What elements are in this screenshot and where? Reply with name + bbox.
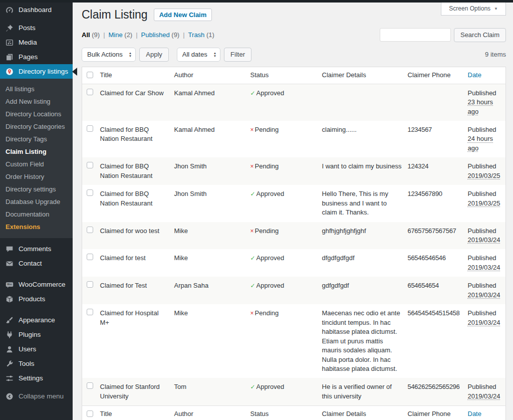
bulk-actions-select[interactable]: Bulk Actions ▲▼ [82,48,136,62]
filter-button[interactable]: Filter [224,48,251,62]
claimer-details: He is a verified owner of this universit… [322,383,392,399]
column-header-date-bottom[interactable]: Date [468,410,481,417]
apply-button[interactable]: Apply [139,48,169,62]
claimer-details: ghfhjghfjghfjghf [322,227,366,235]
sidebar-item-tools[interactable]: Tools [0,356,73,371]
sidebar-subitem-claim-listing[interactable]: Claim Listing [0,145,73,158]
claimer-details: I want to claim my business [322,162,402,170]
table-row: Claimed for BBQ Nation RestaurantJhon Sm… [82,157,506,185]
claimer-details: Hello There, This is my business and I w… [322,190,388,216]
sidebar-item-label: Posts [19,24,36,32]
collapse-arrow-icon [5,391,14,401]
publish-date: 2019/03/25 [468,171,503,180]
sidebar-item-label: Appearance [19,316,55,324]
search-input[interactable] [380,28,451,42]
sidebar-item-label: Collapse menu [19,392,64,400]
claim-author: Arpan Saha [174,282,209,289]
view-count: (1) [206,31,214,39]
sidebar-subitem-order-history[interactable]: Order History [0,170,73,183]
claim-author: Kamal Ahmed [174,126,215,133]
sidebar-item-users[interactable]: Users [0,342,73,356]
select-all-checkbox[interactable] [87,410,93,417]
sidebar-item-comments[interactable]: Comments [0,242,73,256]
approved-status-icon: ✓ [250,190,255,198]
sidebar-item-appearance[interactable]: Appearance [0,313,73,327]
view-filter-mine[interactable]: Mine (2) [109,31,133,39]
status-label: Pending [255,227,279,235]
column-header-title-bottom: Title [100,410,112,417]
sidebar-item-label: Comments [19,245,51,253]
sidebar-item-posts[interactable]: Posts [0,21,73,35]
view-separator: | [136,31,137,39]
table-row: Claimed for Car ShowKamal Ahmed✓Approved… [82,84,506,121]
sidebar-item-products[interactable]: Products [0,292,73,306]
claim-title: Claimed for Hospital M+ [100,309,159,326]
row-checkbox[interactable] [87,254,93,260]
sidebar-item-settings[interactable]: Settings [0,371,73,385]
pending-status-icon: × [250,227,254,236]
claim-title: Claimed for BBQ Nation Restaurant [100,126,153,142]
add-new-claim-button[interactable]: Add New Claim [154,9,212,21]
publish-date: 23 hours ago [468,98,503,116]
sidebar-subitem-directory-settings[interactable]: Directory settings [0,183,73,195]
plug-icon [5,330,14,339]
claim-title: Claimed for test [100,254,146,262]
sidebar-item-label: Users [19,345,36,353]
sidebar-subitem-custom-field[interactable]: Custom Field [0,158,73,170]
sidebar-subitem-extensions[interactable]: Extensions [0,221,73,233]
sidebar-item-pages[interactable]: Pages [0,50,73,64]
sidebar-subitem-database-upgrade[interactable]: Database Upgrade [0,195,73,208]
sidebar-item-plugins[interactable]: Plugins [0,327,73,342]
table-row: Claimed for BBQ Nation RestaurantJhon Sm… [82,185,506,222]
view-count: (9) [171,31,179,39]
screen-options-button[interactable]: Screen Options ▼ [441,3,506,16]
claimer-phone: 67657567567567 [408,227,456,235]
sidebar-subitem-directory-tags[interactable]: Directory Tags [0,133,73,145]
select-all-checkbox[interactable] [87,72,93,78]
row-checkbox[interactable] [87,309,93,315]
publish-status: Published [468,254,503,263]
table-footer: TitleAuthorStatusClaimer DetailsClaimer … [82,406,506,420]
view-filter-all[interactable]: All (9) [82,31,100,39]
table-header: TitleAuthorStatusClaimer DetailsClaimer … [82,67,506,84]
sidebar-item-label: Directory listings [19,68,68,75]
sidebar-item-dashboard[interactable]: Dashboard [0,3,73,17]
approved-status-icon: ✓ [250,383,255,391]
column-header-date-top[interactable]: Date [468,71,481,79]
row-checkbox[interactable] [87,125,93,132]
publish-status: Published [468,382,503,391]
claim-title: Claimed for Car Show [100,89,164,97]
table-row: Claimed for BBQ Nation RestaurantKamal A… [82,121,506,157]
claimer-phone: 124324 [408,162,429,170]
sidebar-subitem-documentation[interactable]: Documentation [0,208,73,221]
row-checkbox[interactable] [87,281,93,288]
sidebar-collapse-menu[interactable]: Collapse menu [0,389,73,403]
publish-status: Published [468,89,503,98]
sidebar-item-contact[interactable]: Contact [0,256,73,271]
search-claim-button[interactable]: Search Claim [454,28,506,42]
view-count: (2) [124,31,132,39]
table-row: Claimed for testMike✓Approveddfgdfgdfgdf… [82,249,506,277]
claim-title: Claimed for woo test [100,227,160,235]
sidebar-subitem-all-listings[interactable]: All listings [0,83,73,95]
sidebar-item-woocommerce[interactable]: Woo WooCommerce [0,277,73,292]
sidebar-subitem-add-new-listing[interactable]: Add New listing [0,95,73,108]
row-checkbox[interactable] [87,189,93,196]
sidebar-subitem-directory-locations[interactable]: Directory Locations [0,108,73,120]
sidebar-subitem-directory-categories[interactable]: Directory Categories [0,120,73,133]
status-label: Pending [255,309,279,317]
view-filters: All (9)|Mine (2)|Published (9)|Trash (1) [82,31,214,39]
sidebar-item-media[interactable]: Media [0,35,73,50]
sidebar-item-directory-listings[interactable]: Directory listings [0,64,73,79]
row-checkbox[interactable] [87,227,93,233]
column-header-row: TitleAuthorStatusClaimer DetailsClaimer … [82,406,506,420]
view-filter-published[interactable]: Published (9) [141,31,180,39]
status-label: Approved [256,190,285,197]
row-checkbox[interactable] [87,382,93,389]
claim-title: Claimed for BBQ Nation Restaurant [100,190,153,206]
view-filter-trash[interactable]: Trash (1) [188,31,214,39]
row-checkbox[interactable] [87,162,93,168]
claim-title: Claimed for BBQ Nation Restaurant [100,162,153,179]
row-checkbox[interactable] [87,89,93,95]
all-dates-select[interactable]: All dates ▲▼ [177,48,220,62]
